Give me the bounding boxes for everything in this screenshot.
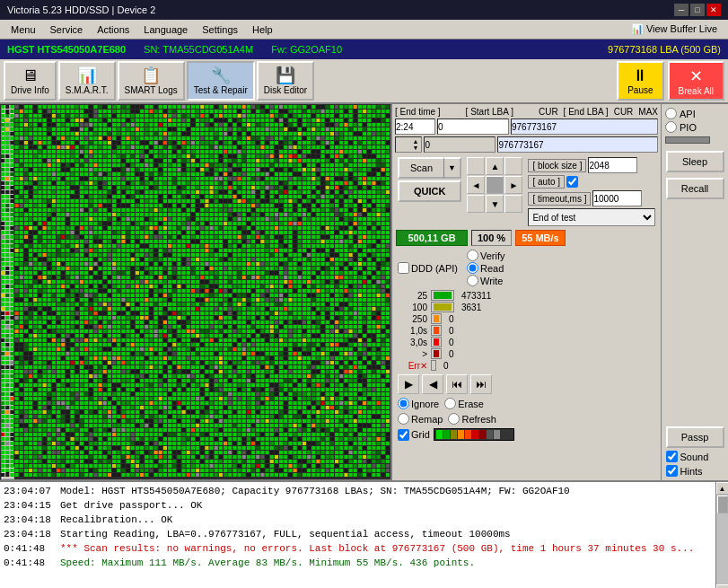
grid-color-1 bbox=[436, 430, 443, 439]
end-lba-input[interactable] bbox=[511, 118, 658, 135]
smart-logs-button[interactable]: 📋 SMART Logs bbox=[118, 61, 185, 101]
scan-grid bbox=[1, 105, 390, 479]
disk-editor-button[interactable]: 💾 Disk Editor bbox=[257, 61, 314, 101]
read-radio-label: Read bbox=[467, 262, 505, 274]
block-timeout-group: [ block size ] [ auto ] [ timeout,ms ] E… bbox=[528, 157, 655, 226]
grid-color-4 bbox=[458, 430, 464, 439]
log-scroll-up[interactable]: ▲ bbox=[716, 482, 729, 495]
auto-row: [ auto ] bbox=[528, 175, 655, 189]
break-all-button[interactable]: ✕ Break All bbox=[668, 61, 724, 101]
top-controls: [ End time ] [ Start LBA ] CUR [ End LBA… bbox=[392, 104, 661, 155]
log-message: Starting Reading, LBA=0..976773167, FULL… bbox=[60, 527, 712, 541]
stat-bar-err bbox=[431, 360, 436, 371]
erase-radio[interactable] bbox=[444, 398, 456, 409]
sound-checkbox[interactable] bbox=[666, 451, 678, 462]
prev-frame-button[interactable]: ⏮ bbox=[446, 374, 468, 394]
dir-down-button[interactable]: ▼ bbox=[486, 195, 504, 213]
stat-bar-gt bbox=[431, 348, 442, 359]
api-radio[interactable] bbox=[665, 108, 677, 119]
quick-button[interactable]: QUICK bbox=[398, 180, 461, 202]
verify-radio[interactable] bbox=[467, 250, 478, 261]
view-buffer-button[interactable]: 📊 View Buffer Live bbox=[624, 22, 724, 37]
menu-item-settings[interactable]: Settings bbox=[195, 22, 245, 37]
end-lba-max[interactable] bbox=[497, 136, 658, 153]
write-radio-label: Write bbox=[467, 275, 505, 286]
start-lba-input[interactable] bbox=[437, 118, 509, 135]
refresh-label: Refresh bbox=[448, 413, 496, 425]
remap-radio[interactable] bbox=[398, 413, 409, 425]
stat-bar-inner-1s bbox=[434, 327, 439, 334]
ddd-api-label: DDD (API) bbox=[398, 262, 458, 274]
stat-bar-100 bbox=[431, 302, 454, 312]
grid-color-6 bbox=[472, 430, 478, 439]
log-scrollbar[interactable]: ▲ ▼ bbox=[715, 482, 728, 588]
dir-left-button[interactable]: ◄ bbox=[467, 176, 485, 194]
playback-controls: ▶ ◀ ⏮ ⏭ bbox=[392, 373, 661, 396]
lba-row1 bbox=[395, 118, 658, 135]
grid-color-display bbox=[434, 428, 514, 441]
grid-row: Grid bbox=[392, 426, 661, 443]
end-time-input[interactable] bbox=[395, 118, 435, 135]
read-radio[interactable] bbox=[467, 262, 478, 274]
recall-button[interactable]: Recall bbox=[666, 178, 724, 199]
auto-checkbox[interactable] bbox=[566, 176, 578, 188]
log-scroll-down[interactable]: ▼ bbox=[716, 584, 729, 588]
dir-upright-button[interactable] bbox=[504, 157, 522, 175]
menu-item-menu[interactable]: Menu bbox=[4, 22, 43, 37]
smart-button[interactable]: 📊 S.M.A.R.T. bbox=[58, 61, 116, 101]
start-lba-cur[interactable] bbox=[424, 136, 496, 153]
prev-button[interactable]: ◀ bbox=[422, 374, 443, 394]
ddd-api-checkbox[interactable] bbox=[398, 262, 409, 274]
passp-button[interactable]: Passp bbox=[666, 426, 724, 448]
grid-color-3 bbox=[451, 430, 457, 439]
lba-row2: ▲ ▼ bbox=[395, 136, 658, 153]
minimize-button[interactable]: ─ bbox=[674, 4, 689, 16]
test-repair-icon: 🔧 bbox=[211, 67, 231, 83]
ignore-radio[interactable] bbox=[398, 398, 409, 409]
next-frame-button[interactable]: ⏭ bbox=[470, 374, 492, 394]
end-of-test-select[interactable]: End of test bbox=[528, 208, 655, 226]
sleep-button[interactable]: Sleep bbox=[666, 151, 724, 172]
toolbar: 🖥 Drive Info 📊 S.M.A.R.T. 📋 SMART Logs 🔧… bbox=[0, 59, 728, 104]
log-message: Speed: Maximum 111 MB/s. Average 83 MB/s… bbox=[60, 556, 712, 570]
block-size-label: [ block size ] bbox=[528, 159, 586, 172]
dir-right-button[interactable]: ► bbox=[504, 176, 522, 194]
error-controls: Ignore Erase bbox=[392, 396, 661, 411]
pause-button[interactable]: ⏸ Pause bbox=[617, 61, 663, 101]
menu-item-help[interactable]: Help bbox=[245, 22, 280, 37]
hints-label: Hints bbox=[666, 465, 724, 477]
dir-downright-button[interactable] bbox=[504, 195, 522, 213]
scan-button[interactable]: Scan bbox=[398, 157, 443, 179]
end-time-spinner[interactable]: ▲ ▼ bbox=[395, 136, 422, 153]
menu-item-service[interactable]: Service bbox=[43, 22, 91, 37]
pio-radio[interactable] bbox=[665, 121, 677, 133]
timeout-input[interactable] bbox=[592, 190, 642, 206]
drive-info-button[interactable]: 🖥 Drive Info bbox=[4, 61, 57, 101]
window-controls: ─ □ ✕ bbox=[674, 4, 721, 16]
dir-center-button[interactable] bbox=[486, 176, 504, 194]
grid-color-7 bbox=[479, 430, 486, 439]
stat-row-gt: > 0 bbox=[396, 348, 657, 359]
write-radio[interactable] bbox=[467, 275, 478, 286]
dir-downleft-button[interactable] bbox=[467, 195, 485, 213]
menu-item-actions[interactable]: Actions bbox=[90, 22, 136, 37]
maximize-button[interactable]: □ bbox=[690, 4, 705, 16]
test-repair-button[interactable]: 🔧 Test & Repair bbox=[187, 61, 255, 101]
dir-up-button[interactable]: ▲ bbox=[486, 157, 504, 175]
block-size-input[interactable] bbox=[588, 157, 637, 173]
close-button[interactable]: ✕ bbox=[706, 4, 721, 16]
drive-fw: Fw: GG2OAF10 bbox=[271, 44, 342, 55]
grid-checkbox[interactable] bbox=[398, 429, 409, 441]
scan-dropdown-button[interactable]: ▼ bbox=[443, 157, 461, 179]
remap-controls: Remap Refresh bbox=[392, 411, 661, 426]
dir-upleft-button[interactable] bbox=[467, 157, 485, 175]
drive-name: HGST HTS545050A7E680 bbox=[7, 44, 126, 55]
timeout-label: [ timeout,ms ] bbox=[528, 192, 591, 206]
play-button[interactable]: ▶ bbox=[398, 374, 419, 394]
hints-checkbox[interactable] bbox=[666, 465, 678, 477]
log-row: 23:04:18Starting Reading, LBA=0..9767731… bbox=[4, 527, 712, 541]
log-scroll-thumb[interactable] bbox=[717, 496, 728, 513]
menu-item-language[interactable]: Language bbox=[136, 22, 195, 37]
refresh-radio[interactable] bbox=[448, 413, 460, 425]
grid-color-9 bbox=[494, 430, 500, 439]
